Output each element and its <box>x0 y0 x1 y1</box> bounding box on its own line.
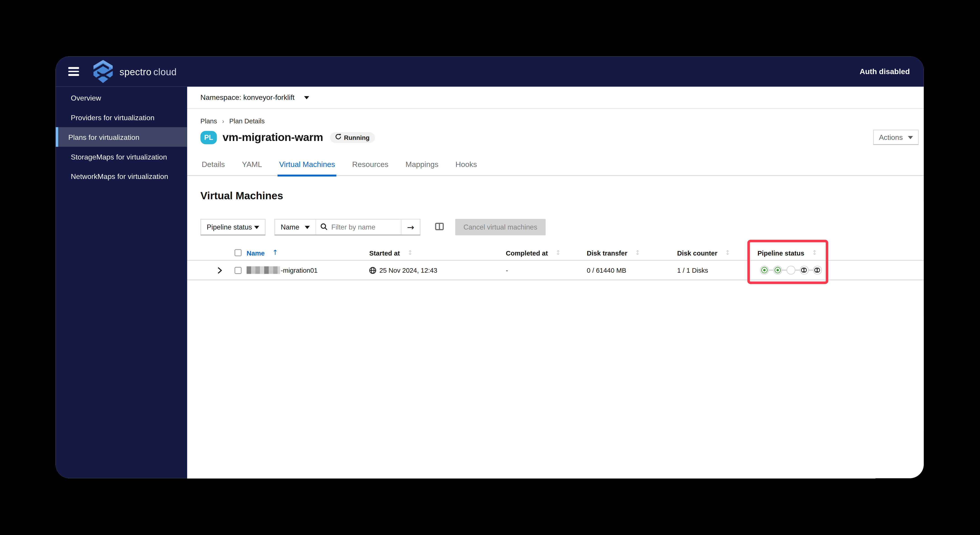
sync-icon <box>335 134 341 141</box>
chevron-down-icon <box>908 136 913 139</box>
brand-name-primary: spectro <box>119 66 151 77</box>
namespace-label: Namespace: konveyor-forklift <box>200 94 295 101</box>
sidebar-item-providers[interactable]: Providers for virtualization <box>56 108 187 127</box>
filter-attribute-select[interactable]: Name <box>275 220 315 235</box>
breadcrumb: Plans › Plan Details <box>200 117 924 125</box>
tab-bar: Details YAML Virtual Machines Resources … <box>187 160 924 176</box>
tab-resources[interactable]: Resources <box>351 160 390 177</box>
pipeline-step-connector <box>808 270 813 271</box>
search-box <box>315 220 401 235</box>
status-badge: Running <box>330 132 375 143</box>
pipeline-status-filter-select[interactable]: Pipeline status <box>200 219 266 236</box>
auth-status-label: Auth disabled <box>860 67 910 76</box>
chevron-down-icon <box>305 226 310 229</box>
brand-logo: spectrocloud <box>92 59 177 83</box>
chevron-right-icon: › <box>222 117 224 124</box>
chevron-down-icon <box>304 96 309 99</box>
manage-columns-button[interactable] <box>435 221 444 233</box>
status-badge-label: Running <box>344 134 370 141</box>
vm-name-suffix: -migration01 <box>281 266 318 274</box>
spectro-cloud-logo-icon <box>92 59 114 83</box>
table-header-row: Name↑ Started at↕ Completed at↕ Disk tra… <box>187 245 924 261</box>
virtual-machines-table: Name↑ Started at↕ Completed at↕ Disk tra… <box>187 245 924 280</box>
pipeline-step-pending-icon <box>800 266 808 274</box>
plan-title-row: PL vm-migration-warm Running <box>200 130 924 145</box>
app-window: spectrocloud Auth disabled Overview Prov… <box>56 56 924 478</box>
search-submit-button[interactable]: → <box>401 220 420 235</box>
table-row: -migration01 25 Nov 2024, 12:43 - <box>187 261 924 280</box>
hamburger-menu-icon[interactable] <box>68 67 79 76</box>
sort-icon: ↕ <box>407 249 412 256</box>
main-panel: Namespace: konveyor-forklift Plans › Pla… <box>187 87 924 478</box>
row-checkbox[interactable] <box>235 267 242 274</box>
sidebar-navigation: Overview Providers for virtualization Pl… <box>56 87 187 478</box>
search-icon <box>321 223 328 231</box>
chevron-down-icon <box>254 226 259 229</box>
expand-row-chevron[interactable] <box>218 267 222 274</box>
sort-icon: ↕ <box>812 249 817 256</box>
tab-yaml[interactable]: YAML <box>241 160 263 177</box>
column-header-pipeline-status[interactable]: Pipeline status↕ <box>757 249 817 256</box>
column-header-completed-at[interactable]: Completed at↕ <box>506 249 561 256</box>
vm-name-cell: -migration01 <box>244 266 366 274</box>
tab-details[interactable]: Details <box>200 160 226 177</box>
brand-name-secondary: cloud <box>153 66 177 77</box>
plan-kind-badge: PL <box>200 131 217 144</box>
cancel-virtual-machines-button[interactable]: Cancel virtual machines <box>455 219 546 236</box>
disk-counter-cell: 1 / 1 Disks <box>673 266 754 274</box>
search-input[interactable] <box>331 223 396 231</box>
tab-mappings[interactable]: Mappings <box>404 160 440 177</box>
pipeline-status-filter-label: Pipeline status <box>207 223 252 231</box>
namespace-selector[interactable]: Namespace: konveyor-forklift <box>187 87 924 109</box>
filter-toolbar: Pipeline status Name <box>200 219 924 236</box>
sidebar-item-storagemaps[interactable]: StorageMaps for virtualization <box>56 147 187 167</box>
brand-name: spectrocloud <box>119 66 177 77</box>
redacted-name-prefix <box>247 266 280 274</box>
pipeline-step-success-icon <box>760 266 768 274</box>
top-navigation-bar: spectrocloud Auth disabled <box>56 56 924 86</box>
sort-icon: ↕ <box>725 249 730 256</box>
actions-button[interactable]: Actions <box>873 130 919 145</box>
filter-attribute-label: Name <box>281 223 299 231</box>
column-header-disk-counter[interactable]: Disk counter↕ <box>677 249 730 256</box>
completed-at-cell: - <box>502 266 583 274</box>
pipeline-status-steps <box>754 266 924 274</box>
pipeline-step-connector <box>795 270 800 271</box>
pipeline-step-pending-icon <box>813 266 822 274</box>
pipeline-step-connector <box>768 270 773 271</box>
pipeline-step-success-icon <box>773 266 782 274</box>
breadcrumb-plans-link[interactable]: Plans <box>200 117 217 125</box>
pipeline-step-current-icon <box>786 266 795 274</box>
disk-transfer-cell: 0 / 61440 MB <box>583 266 673 274</box>
sort-icon: ↕ <box>635 249 640 256</box>
tab-hooks[interactable]: Hooks <box>454 160 478 177</box>
columns-icon <box>435 221 444 233</box>
select-all-checkbox[interactable] <box>235 249 242 256</box>
pipeline-step-connector <box>782 270 786 271</box>
sort-icon: ↕ <box>555 249 561 256</box>
page-title: vm-migration-warm <box>223 131 323 144</box>
breadcrumb-current: Plan Details <box>229 117 265 125</box>
sidebar-item-networkmaps[interactable]: NetworkMaps for virtualization <box>56 166 187 186</box>
sidebar-item-overview[interactable]: Overview <box>56 88 187 108</box>
column-header-started-at[interactable]: Started at↕ <box>369 249 413 256</box>
search-filter-group: Name <box>274 219 420 236</box>
sort-ascending-icon: ↑ <box>272 248 278 256</box>
started-at-cell: 25 Nov 2024, 12:43 <box>365 266 502 274</box>
sidebar-item-plans[interactable]: Plans for virtualization <box>56 127 187 147</box>
column-header-disk-transfer[interactable]: Disk transfer↕ <box>587 249 640 256</box>
tab-virtual-machines[interactable]: Virtual Machines <box>278 160 336 177</box>
column-header-name[interactable]: Name↑ <box>247 248 278 256</box>
section-heading: Virtual Machines <box>200 190 924 202</box>
actions-button-label: Actions <box>879 134 903 141</box>
globe-icon <box>369 267 376 274</box>
screenshot-stage: spectrocloud Auth disabled Overview Prov… <box>0 0 980 535</box>
